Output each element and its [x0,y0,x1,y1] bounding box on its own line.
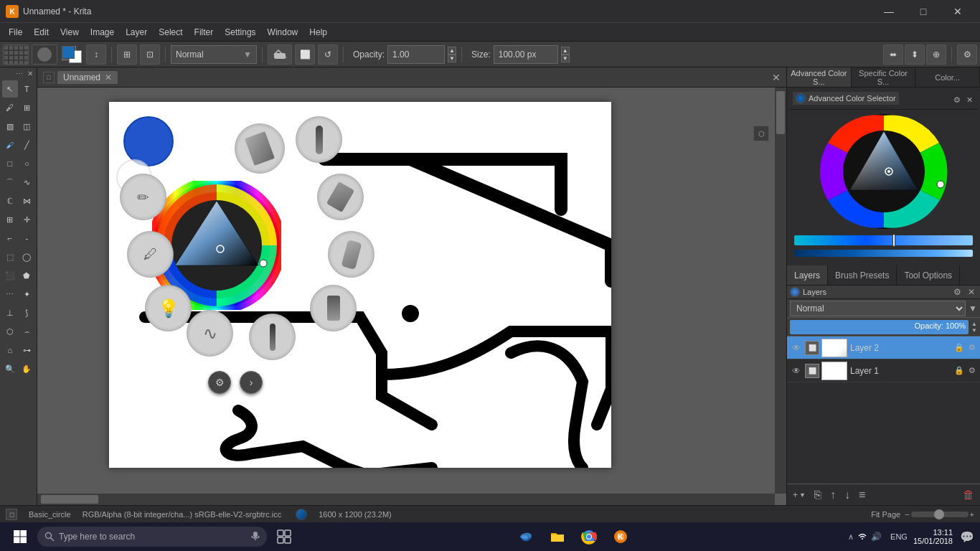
color-profile-icon[interactable] [296,509,307,520]
brush-preset-7[interactable]: ∿ [187,310,233,357]
move-layer-up-btn[interactable]: ↑ [827,489,839,501]
canvas-tab-options[interactable]: ✕ [772,72,781,83]
polysel-tool[interactable]: ⬡ [2,323,18,340]
layer-settings-btn[interactable]: ⚙ [951,287,963,297]
opacity-spinner[interactable]: ▲ ▼ [448,47,456,62]
transform-tool[interactable]: ⊞ [2,211,18,228]
panel-settings-btn[interactable]: ⚙ [952,95,962,105]
preserve-alpha-btn[interactable]: ⬜ [295,44,315,65]
zoom-in-btn[interactable]: + [970,510,974,519]
beziersel-tool[interactable]: ⌢ [19,323,35,340]
menu-settings[interactable]: Settings [219,23,261,41]
fill-tool[interactable]: ▧ [2,118,18,135]
taskbar-edge-btn[interactable] [512,522,540,551]
mirrorline-tool[interactable]: ⊥ [2,304,18,321]
freesel-tool[interactable]: ⬟ [19,267,35,284]
brush-preset-3[interactable] [317,174,364,220]
color-wheel-type-btn[interactable]: ⬡ [753,126,769,141]
paint-tool[interactable]: 🖌 [2,136,18,154]
crop-tool-btn[interactable]: ⊡ [140,44,160,65]
layer-1-visibility[interactable]: 👁 [790,364,803,377]
network-icon[interactable] [857,532,868,542]
fgbg-swap[interactable]: ↕ [86,44,106,65]
add-layer-btn[interactable]: + ▼ [790,490,809,500]
layer-properties-btn[interactable]: ≡ [856,489,868,501]
panel-color-wheel-svg[interactable] [801,113,966,231]
opacity-up[interactable]: ▲ [448,47,456,55]
taskbar-chrome-btn[interactable] [575,522,603,551]
brush-preset-4[interactable] [328,231,374,278]
table-tool[interactable]: ⊞ [19,99,35,116]
duplicate-layer-btn[interactable]: ⎘ [811,489,824,501]
tab-advanced-color[interactable]: Advanced Color S... [787,67,852,87]
brush-preset-9[interactable]: 🖊 [127,231,174,278]
menu-help[interactable]: Help [303,23,333,41]
menu-filter[interactable]: Filter [189,23,220,41]
system-clock[interactable]: 13:11 15/01/2018 [913,528,953,545]
layer-1-alpha-lock[interactable]: 🔒 [953,366,966,375]
task-view-icon[interactable] [270,522,298,551]
move-tool[interactable]: ✛ [19,211,35,228]
taskbar-krita-btn[interactable]: K [606,522,635,551]
assist-tool[interactable]: ⊶ [19,342,35,359]
brush-preset-1[interactable] [235,123,285,174]
calligraphy-tool[interactable]: 🖋 [2,99,18,116]
layer-row-2[interactable]: 👁 ⬜ Layer 2 🔒 ⚙ [787,336,980,359]
menu-view[interactable]: View [55,23,85,41]
mirror-h-btn[interactable]: ⬌ [883,44,903,65]
opacity-down-btn[interactable]: ▼ [971,327,977,334]
freehand-tool[interactable]: ∿ [19,174,35,191]
menu-file[interactable]: File [3,23,28,41]
menu-image[interactable]: Image [85,23,120,41]
select-tool[interactable]: ↖ [2,80,18,98]
gradient-tool[interactable]: ◫ [19,118,35,135]
move-layer-down-btn[interactable]: ↓ [842,489,853,501]
menu-select[interactable]: Select [153,23,188,41]
opacity-bar[interactable]: Opacity: 100% [790,320,969,334]
delete-layer-btn[interactable]: 🗑 [960,489,977,501]
text-tool[interactable]: T [19,80,35,98]
colorpick-tool[interactable]: ✦ [19,286,35,303]
layer-blend-dropdown[interactable]: Normal Multiply Screen [790,301,966,316]
brush-thumbnail-2[interactable] [32,44,57,65]
tab-brush-presets[interactable]: Brush Presets [828,265,897,285]
layer-2-visibility[interactable]: 👁 [790,342,803,354]
size-down[interactable]: ▼ [561,55,570,62]
tab-color[interactable]: Color... [915,67,980,87]
horizontal-scrollbar[interactable] [37,494,775,505]
transform-tool-btn[interactable]: ⊞ [117,44,137,65]
taskbar-explorer-btn[interactable] [543,522,572,551]
language-indicator[interactable]: ENG [890,532,908,541]
brush-preset-2[interactable] [296,116,342,163]
tab-tool-options[interactable]: Tool Options [897,265,960,285]
tab-layers[interactable]: Layers [787,265,828,285]
erase-button[interactable] [268,44,292,65]
rect-tool[interactable]: □ [2,155,18,172]
smudge-tool[interactable]: ⌂ [2,342,18,359]
opacity-layer-spinner[interactable]: ▲ ▼ [971,321,977,334]
menu-edit[interactable]: Edit [28,23,55,41]
rotate-ccw-btn[interactable]: ↺ [318,44,338,65]
canvas-drawing-area[interactable]: ∿ 💡 🖊 ✏ ⚙ › [37,88,786,505]
search-bar[interactable]: Type here to search [37,527,267,547]
zoom-tool[interactable]: 🔍 [2,360,18,377]
menu-layer[interactable]: Layer [120,23,153,41]
layer-2-alpha-lock[interactable]: 🔒 [953,343,966,352]
curve-tool[interactable]: ℂ [2,192,18,209]
hue-strip[interactable] [794,235,973,245]
close-button[interactable]: ✕ [941,0,974,23]
mirror-v-btn[interactable]: ⬍ [905,44,925,65]
maximize-button[interactable]: □ [907,0,940,23]
size-up[interactable]: ▲ [561,47,570,55]
ellipse-tool[interactable]: ○ [19,155,35,172]
vertical-scrollbar[interactable] [775,88,786,494]
canvas-settings-btn[interactable]: ⚙ [957,44,977,65]
multibrush-tool[interactable]: ⋈ [19,192,35,209]
blend-mode-dropdown[interactable]: Normal ▼ [171,45,257,64]
vertical-scroll-thumb[interactable] [776,91,785,134]
crop-tool[interactable]: ⌐ [2,230,18,247]
size-spinner[interactable]: ▲ ▼ [561,47,570,62]
rectsel-tool[interactable]: ⬚ [2,248,18,265]
brush-preset-6[interactable] [249,314,296,360]
opacity-value[interactable]: 1.00 [387,45,445,64]
